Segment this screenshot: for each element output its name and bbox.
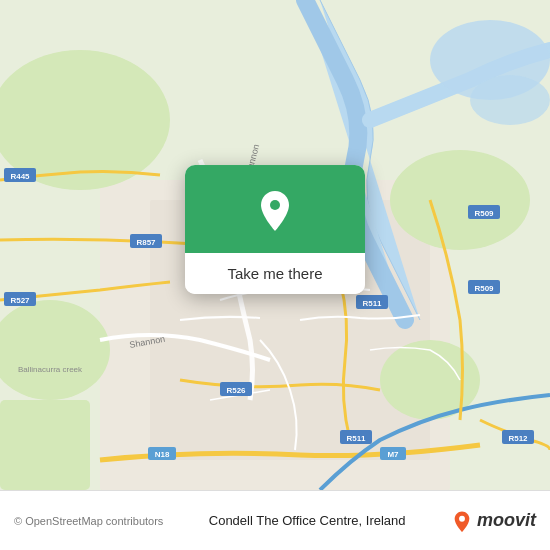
map-attribution: © OpenStreetMap contributors: [14, 515, 163, 527]
moovit-text: moovit: [477, 510, 536, 531]
svg-text:Ballinacurra creek: Ballinacurra creek: [18, 365, 83, 374]
svg-text:R526: R526: [226, 386, 246, 395]
svg-text:M7: M7: [387, 450, 399, 459]
svg-point-4: [470, 75, 550, 125]
svg-point-36: [459, 515, 465, 521]
svg-text:R509: R509: [474, 209, 494, 218]
svg-rect-9: [0, 400, 90, 490]
moovit-brand-icon: [451, 510, 473, 532]
svg-text:R509: R509: [474, 284, 494, 293]
svg-point-35: [270, 200, 280, 210]
svg-point-6: [390, 150, 530, 250]
map-container[interactable]: R445 R527 R857 R509 R511 R511 R526 N18: [0, 0, 550, 490]
svg-text:R445: R445: [10, 172, 30, 181]
svg-text:N18: N18: [155, 450, 170, 459]
svg-text:R512: R512: [508, 434, 528, 443]
popup-header: [185, 165, 365, 253]
app: R445 R527 R857 R509 R511 R511 R526 N18: [0, 0, 550, 550]
svg-text:R857: R857: [136, 238, 156, 247]
svg-text:R527: R527: [10, 296, 30, 305]
svg-text:R511: R511: [362, 299, 382, 308]
moovit-logo: moovit: [451, 510, 536, 532]
popup-card: Take me there: [185, 165, 365, 294]
location-pin-icon: [251, 187, 299, 235]
place-name: Condell The Office Centre, Ireland: [163, 513, 451, 528]
take-me-there-button[interactable]: Take me there: [185, 253, 365, 294]
bottom-bar: © OpenStreetMap contributors Condell The…: [0, 490, 550, 550]
svg-text:R511: R511: [346, 434, 366, 443]
